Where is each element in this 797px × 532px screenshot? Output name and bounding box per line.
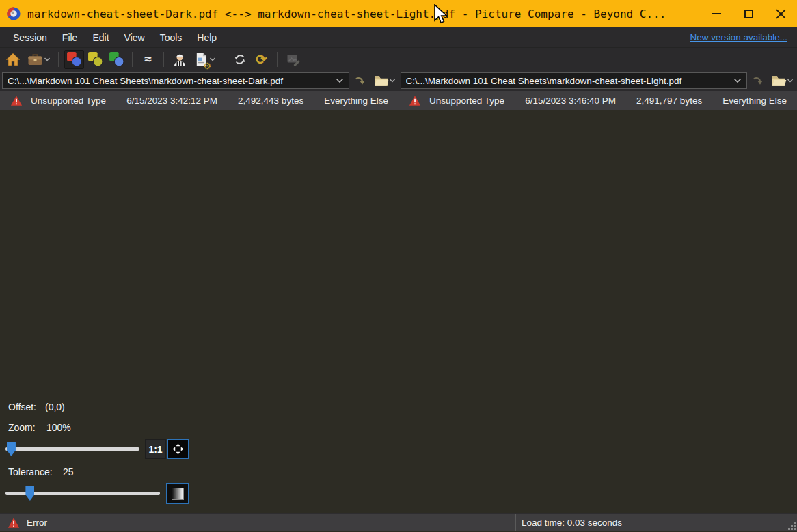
tolerance-slider[interactable]: [5, 486, 160, 501]
right-file-size: 2,491,797 bytes: [636, 96, 702, 106]
right-picture-pane[interactable]: [403, 110, 797, 389]
menu-view[interactable]: View: [117, 29, 152, 46]
gear-icon: ⚙: [203, 61, 211, 70]
left-browse-folder-button[interactable]: [372, 72, 397, 89]
folder-icon: [771, 74, 787, 87]
resize-grip[interactable]: [787, 521, 796, 531]
left-path-text: C:\...\Markdown 101 Cheat Sheets\markdow…: [8, 76, 336, 86]
left-file-size: 2,492,443 bytes: [238, 96, 303, 106]
chevron-down-icon[interactable]: [336, 78, 344, 83]
menu-edit[interactable]: Edit: [85, 29, 116, 46]
right-file-rule: Everything Else: [722, 96, 787, 106]
menu-file[interactable]: File: [55, 29, 85, 46]
tolerance-icon: ≈: [144, 53, 151, 66]
tolerance-value: 25: [63, 466, 74, 477]
close-button[interactable]: [765, 0, 797, 27]
status-middle-section: [221, 514, 516, 531]
right-file-status: Unsupported Type: [429, 96, 504, 106]
chevron-down-icon: [44, 57, 51, 62]
app-icon[interactable]: [6, 6, 21, 21]
window-title: markdown-cheat-sheet-Dark.pdf <--> markd…: [27, 8, 701, 20]
zoom-slider-thumb[interactable]: [7, 442, 16, 456]
titlebar: markdown-cheat-sheet-Dark.pdf <--> markd…: [0, 0, 797, 27]
picture-edit-button-disabled: [283, 50, 304, 69]
show-matches-icon: [87, 51, 103, 67]
tolerance-gradient-button[interactable]: [166, 483, 189, 504]
left-file-info: Unsupported Type 6/15/2023 3:42:12 PM 2,…: [0, 91, 398, 110]
left-path-combobox[interactable]: C:\...\Markdown 101 Cheat Sheets\markdow…: [2, 72, 349, 89]
right-path-group: C:\...\Markdown 101 Cheat Sheets\markdow…: [401, 72, 796, 89]
toolbar-separator: [58, 52, 59, 67]
warning-icon: [10, 95, 23, 107]
toolbar-separator: [132, 52, 133, 67]
curved-down-arrow-icon: [752, 74, 765, 87]
minimize-button[interactable]: [701, 0, 733, 27]
home-button[interactable]: [3, 50, 23, 69]
show-all-icon: [109, 51, 124, 67]
close-icon: [776, 9, 786, 19]
maximize-button[interactable]: [733, 0, 765, 27]
warning-icon: [409, 95, 421, 107]
status-loadtime-text: Load time: 0.03 seconds: [522, 518, 622, 528]
maximize-icon: [744, 10, 753, 18]
session-rules-button[interactable]: [170, 50, 190, 69]
chevron-down-icon[interactable]: [733, 78, 742, 83]
toolbar-separator: [277, 52, 278, 67]
path-row: C:\...\Markdown 101 Cheat Sheets\markdow…: [0, 70, 797, 91]
menu-help[interactable]: Help: [189, 29, 224, 46]
right-path-text: C:\...\Markdown 101 Cheat Sheets\markdow…: [406, 76, 734, 86]
tolerance-slider-thumb[interactable]: [25, 486, 34, 501]
offset-value: (0,0): [45, 402, 65, 412]
report-settings-button[interactable]: ⚙: [191, 50, 218, 69]
new-version-link[interactable]: New version available...: [690, 32, 792, 42]
curved-down-arrow-icon: [354, 74, 367, 87]
fit-to-window-icon: [172, 443, 185, 456]
right-path-combobox[interactable]: C:\...\Markdown 101 Cheat Sheets\markdow…: [401, 72, 748, 89]
swap-sides-button[interactable]: [230, 50, 250, 69]
show-matches-button[interactable]: [85, 50, 105, 69]
status-error-section: Error: [0, 514, 221, 531]
zoom-label: Zoom:: [8, 422, 36, 433]
zoom-one-to-one-button[interactable]: 1:1: [145, 439, 166, 459]
folder-icon: [373, 74, 389, 87]
zoom-value: 100%: [46, 422, 71, 433]
status-error-text: Error: [27, 518, 47, 528]
left-file-rule: Everything Else: [324, 96, 388, 106]
zoom-slider[interactable]: [5, 442, 139, 456]
left-path-group: C:\...\Markdown 101 Cheat Sheets\markdow…: [2, 72, 397, 89]
zoom-fit-button[interactable]: [167, 439, 189, 459]
gradient-icon: [172, 488, 184, 500]
swap-sides-icon: [232, 51, 248, 68]
left-file-modified: 6/15/2023 3:42:12 PM: [126, 96, 217, 106]
menu-session[interactable]: Session: [5, 29, 55, 46]
picture-controls: Offset: (0,0) Zoom: 100% 1:1 Tolerance: …: [0, 389, 797, 513]
tolerance-label: Tolerance:: [8, 466, 53, 477]
toolbar: ≈ ⚙: [0, 48, 797, 70]
right-copy-to-left-button[interactable]: [751, 72, 766, 89]
show-differences-icon: [66, 51, 82, 67]
show-all-button[interactable]: [107, 50, 126, 69]
picture-edit-icon: [285, 51, 302, 68]
picture-panes: [0, 110, 797, 389]
statusbar: Error Load time: 0.03 seconds: [0, 513, 797, 531]
menu-tools[interactable]: Tools: [152, 29, 190, 46]
toolbar-separator: [224, 52, 224, 67]
chevron-down-icon: [787, 78, 794, 83]
zoom-slider-track[interactable]: [5, 447, 139, 451]
tolerance-mode-button[interactable]: ≈: [138, 50, 158, 69]
home-icon: [5, 51, 21, 68]
left-copy-to-right-button[interactable]: [353, 72, 368, 89]
left-picture-pane[interactable]: [0, 110, 398, 389]
minimize-icon: [712, 13, 721, 14]
right-file-modified: 6/15/2023 3:46:40 PM: [525, 96, 616, 106]
window-controls: [701, 0, 797, 27]
refresh-button[interactable]: ⟳: [252, 50, 271, 69]
chevron-down-icon: [389, 78, 396, 83]
show-differences-button[interactable]: [64, 50, 84, 69]
sessions-button[interactable]: [25, 50, 53, 69]
right-browse-folder-button[interactable]: [770, 72, 795, 89]
rules-referee-icon: [172, 51, 188, 68]
file-info-row: Unsupported Type 6/15/2023 3:42:12 PM 2,…: [0, 91, 797, 110]
status-loadtime-section: Load time: 0.03 seconds: [516, 514, 797, 531]
error-warning-icon: [8, 517, 20, 529]
